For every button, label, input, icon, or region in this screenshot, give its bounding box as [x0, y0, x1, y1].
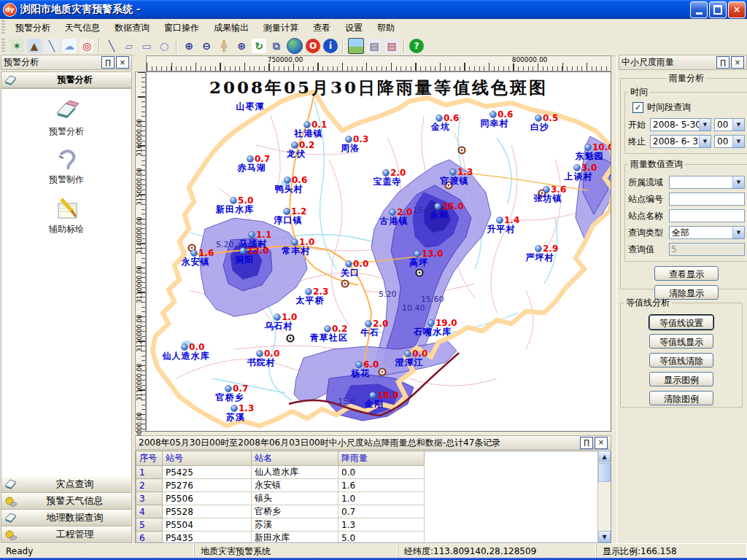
- chevron-down-icon[interactable]: ▼: [732, 227, 744, 238]
- rain-station[interactable]: 0.6金坑: [430, 113, 459, 132]
- refresh-view-icon[interactable]: ↻: [252, 39, 266, 53]
- warning-analysis-icon[interactable]: ✶: [9, 39, 24, 53]
- query-type-select[interactable]: 全部▼: [669, 226, 745, 239]
- rain-station[interactable]: 0.0仙人造水库: [162, 342, 210, 361]
- rain-station[interactable]: 0.1社港镇: [294, 120, 328, 139]
- rain-station[interactable]: 0.2龙伏: [286, 140, 314, 159]
- rain-station[interactable]: 3.0上谈村: [564, 163, 597, 182]
- scroll-down-icon[interactable]: ▼: [598, 531, 611, 542]
- survey-pick-icon[interactable]: ╲: [44, 39, 59, 53]
- left-panel-pin-icon[interactable]: ∏: [101, 56, 115, 69]
- contour-button-5[interactable]: 清除图例: [649, 391, 713, 405]
- start-hour-picker[interactable]: 00▼: [714, 118, 745, 131]
- toolbar-grip[interactable]: [1, 39, 5, 54]
- right-panel-pin-icon[interactable]: ∏: [716, 56, 729, 69]
- sidebar-tool-2[interactable]: 预警制作: [1, 147, 131, 186]
- table-row[interactable]: 6P5435新田水库5.0: [136, 532, 425, 544]
- export-image-icon[interactable]: [348, 38, 364, 54]
- rain-station[interactable]: 0.2青草社区: [309, 324, 348, 343]
- end-date-picker[interactable]: 2008- 6- 3▼: [650, 135, 711, 148]
- table-column-header[interactable]: 站号: [163, 451, 252, 466]
- contour-button-3[interactable]: 等值线清除: [649, 353, 713, 368]
- rain-station[interactable]: 0.0书院村: [247, 349, 280, 368]
- sidebar-bar[interactable]: 地理数据查询: [1, 510, 132, 526]
- chevron-down-icon[interactable]: ▼: [732, 136, 744, 147]
- table-row[interactable]: 2P5276永安镇1.6: [136, 479, 425, 492]
- table-row[interactable]: 5P5504苏溪1.3: [136, 518, 425, 532]
- menu-item[interactable]: 成果输出: [206, 20, 256, 36]
- station-id-input[interactable]: [669, 192, 745, 206]
- print-icon[interactable]: ▤: [367, 39, 382, 53]
- copy-window-icon[interactable]: ⧉: [269, 39, 284, 53]
- bottom-panel-pin-icon[interactable]: ∏: [580, 437, 593, 449]
- cloud-icon[interactable]: ☁: [62, 39, 77, 53]
- menu-item[interactable]: 查看: [306, 20, 338, 36]
- rain-station[interactable]: 1.4升平村: [487, 215, 520, 234]
- menu-item[interactable]: 数据查询: [107, 20, 157, 36]
- close-button[interactable]: ×: [728, 1, 746, 18]
- map-canvas[interactable]: 5.2010.4015.35.2015.6010.4015.6 山枣潭0.1社港…: [146, 71, 611, 432]
- chevron-down-icon[interactable]: ▼: [732, 176, 744, 188]
- contour-button-1[interactable]: 等值线设置: [649, 315, 713, 330]
- contour-button-2[interactable]: 等值线显示: [649, 334, 713, 349]
- restore-button[interactable]: [709, 1, 727, 18]
- rain-station[interactable]: 1.0乌石村: [265, 312, 298, 331]
- table-column-header[interactable]: 站名: [252, 451, 338, 466]
- minimize-button[interactable]: [690, 1, 708, 18]
- draw-line-icon[interactable]: ╲: [104, 39, 119, 53]
- chevron-down-icon[interactable]: ▼: [699, 136, 711, 147]
- station-name-input[interactable]: [669, 209, 745, 222]
- zoom-in-icon[interactable]: ⊕: [182, 39, 196, 53]
- help-icon[interactable]: ?: [409, 39, 424, 53]
- rain-station[interactable]: 0.3周洛: [340, 134, 368, 153]
- start-date-picker[interactable]: 2008- 5-30▼: [650, 118, 711, 131]
- scroll-up-icon[interactable]: ▲: [598, 451, 611, 462]
- rain-station[interactable]: 5.0新田水库: [215, 195, 254, 214]
- contour-button-4[interactable]: 显示图例: [649, 372, 713, 386]
- rain-station[interactable]: 2.3太平桥: [295, 287, 329, 306]
- bottom-panel-close-icon[interactable]: ×: [595, 437, 608, 449]
- time-range-checkbox[interactable]: ✓: [632, 102, 643, 113]
- sidebar-tool-1[interactable]: 预警分析: [1, 99, 131, 138]
- table-row[interactable]: 4P5528官桥乡0.7: [136, 505, 425, 518]
- flood-info-icon[interactable]: ▲: [27, 39, 42, 53]
- rain-station[interactable]: 山枣潭: [236, 101, 265, 112]
- table-scrollbar[interactable]: ▲ ▼: [597, 451, 611, 542]
- menu-item[interactable]: 设置: [338, 20, 370, 36]
- right-panel-close-icon[interactable]: ×: [731, 56, 744, 69]
- menubar-grip[interactable]: [1, 20, 5, 34]
- sidebar-bar[interactable]: 预警天气信息: [1, 493, 132, 510]
- show-values-button[interactable]: 查看显示: [654, 266, 719, 281]
- draw-ellipse-icon[interactable]: ○: [157, 39, 171, 53]
- draw-polygon-icon[interactable]: ▱: [122, 39, 136, 53]
- rain-station[interactable]: 0.7官桥乡: [215, 384, 249, 402]
- pan-icon[interactable]: ╬: [217, 39, 231, 53]
- table-row[interactable]: 1P5425仙人造水库0.0: [136, 466, 425, 479]
- rain-station[interactable]: 0.5白沙: [530, 113, 558, 132]
- rain-station[interactable]: 0.0关口: [340, 259, 368, 278]
- chevron-down-icon[interactable]: ▼: [699, 119, 711, 131]
- globe-icon[interactable]: [287, 38, 303, 54]
- sidebar-bar[interactable]: 工程管理: [1, 526, 132, 543]
- basin-select[interactable]: ▼: [669, 176, 745, 189]
- table-row[interactable]: 3P5506镇头1.0: [136, 492, 425, 505]
- rain-station[interactable]: 0.7赤马湖: [237, 154, 271, 173]
- info-icon[interactable]: i: [323, 39, 338, 53]
- rain-station[interactable]: 0.6同幸村: [481, 109, 514, 128]
- zoom-center-icon[interactable]: ⊛: [234, 39, 249, 53]
- menu-item[interactable]: 天气信息: [58, 20, 107, 36]
- rain-station[interactable]: 3.6张坊镇: [533, 184, 567, 203]
- table-column-header[interactable]: 序号: [136, 451, 163, 466]
- menu-item[interactable]: 测量计算: [256, 20, 306, 36]
- zoom-out-icon[interactable]: ⊖: [199, 39, 214, 53]
- rain-station[interactable]: 2.0宝盖寺: [374, 168, 406, 187]
- menu-item[interactable]: 预警分析: [8, 20, 58, 36]
- menu-item[interactable]: 帮助: [370, 20, 402, 36]
- rain-station[interactable]: 1.3苏溪: [225, 403, 254, 422]
- menu-item[interactable]: 窗口操作: [157, 20, 206, 36]
- end-hour-picker[interactable]: 00▼: [714, 135, 745, 148]
- stop-icon[interactable]: O: [306, 39, 320, 53]
- rain-station[interactable]: 1.6永安镇: [181, 248, 214, 267]
- sidebar-bar[interactable]: 灾点查询: [1, 476, 132, 493]
- sidebar-tool-3[interactable]: 辅助标绘: [1, 197, 131, 236]
